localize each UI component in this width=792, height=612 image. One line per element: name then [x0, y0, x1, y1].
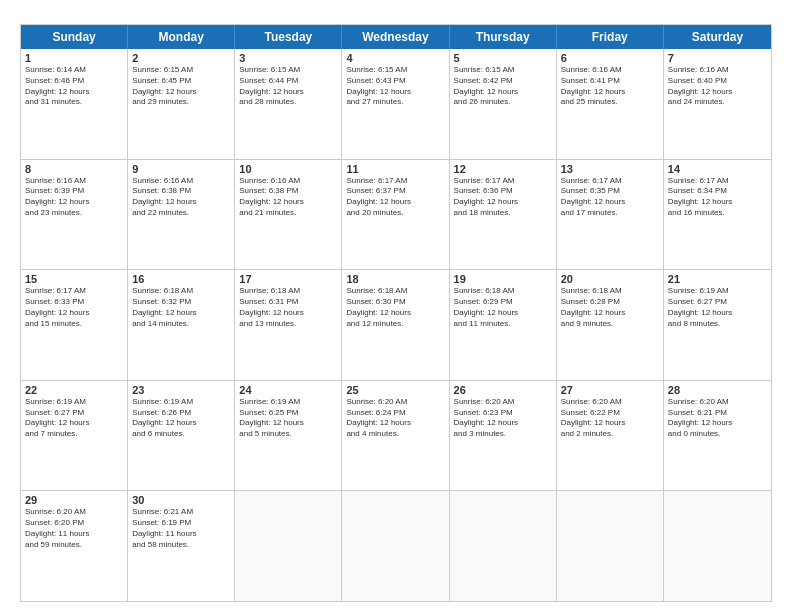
calendar: SundayMondayTuesdayWednesdayThursdayFrid… — [20, 24, 772, 602]
calendar-page: General Blue SundayMondayTuesdayWednesda… — [0, 0, 792, 612]
day-cell-16: 16Sunrise: 6:18 AM Sunset: 6:32 PM Dayli… — [128, 270, 235, 380]
day-number: 30 — [132, 494, 230, 506]
day-cell-13: 13Sunrise: 6:17 AM Sunset: 6:35 PM Dayli… — [557, 160, 664, 270]
day-info: Sunrise: 6:20 AM Sunset: 6:24 PM Dayligh… — [346, 397, 444, 440]
day-cell-27: 27Sunrise: 6:20 AM Sunset: 6:22 PM Dayli… — [557, 381, 664, 491]
day-number: 14 — [668, 163, 767, 175]
day-cell-7: 7Sunrise: 6:16 AM Sunset: 6:40 PM Daylig… — [664, 49, 771, 159]
day-info: Sunrise: 6:17 AM Sunset: 6:35 PM Dayligh… — [561, 176, 659, 219]
day-cell-18: 18Sunrise: 6:18 AM Sunset: 6:30 PM Dayli… — [342, 270, 449, 380]
day-number: 26 — [454, 384, 552, 396]
day-number: 8 — [25, 163, 123, 175]
day-number: 2 — [132, 52, 230, 64]
day-info: Sunrise: 6:18 AM Sunset: 6:31 PM Dayligh… — [239, 286, 337, 329]
day-info: Sunrise: 6:15 AM Sunset: 6:42 PM Dayligh… — [454, 65, 552, 108]
header-day-tuesday: Tuesday — [235, 25, 342, 49]
day-number: 7 — [668, 52, 767, 64]
day-number: 18 — [346, 273, 444, 285]
day-info: Sunrise: 6:17 AM Sunset: 6:36 PM Dayligh… — [454, 176, 552, 219]
day-info: Sunrise: 6:20 AM Sunset: 6:21 PM Dayligh… — [668, 397, 767, 440]
day-info: Sunrise: 6:17 AM Sunset: 6:37 PM Dayligh… — [346, 176, 444, 219]
day-number: 25 — [346, 384, 444, 396]
day-number: 5 — [454, 52, 552, 64]
day-cell-28: 28Sunrise: 6:20 AM Sunset: 6:21 PM Dayli… — [664, 381, 771, 491]
calendar-header: SundayMondayTuesdayWednesdayThursdayFrid… — [21, 25, 771, 49]
day-cell-30: 30Sunrise: 6:21 AM Sunset: 6:19 PM Dayli… — [128, 491, 235, 601]
day-number: 29 — [25, 494, 123, 506]
day-number: 1 — [25, 52, 123, 64]
day-number: 12 — [454, 163, 552, 175]
day-info: Sunrise: 6:15 AM Sunset: 6:45 PM Dayligh… — [132, 65, 230, 108]
day-number: 16 — [132, 273, 230, 285]
day-info: Sunrise: 6:18 AM Sunset: 6:32 PM Dayligh… — [132, 286, 230, 329]
header-day-monday: Monday — [128, 25, 235, 49]
day-number: 10 — [239, 163, 337, 175]
day-cell-2: 2Sunrise: 6:15 AM Sunset: 6:45 PM Daylig… — [128, 49, 235, 159]
day-info: Sunrise: 6:20 AM Sunset: 6:22 PM Dayligh… — [561, 397, 659, 440]
day-info: Sunrise: 6:18 AM Sunset: 6:30 PM Dayligh… — [346, 286, 444, 329]
day-info: Sunrise: 6:16 AM Sunset: 6:38 PM Dayligh… — [132, 176, 230, 219]
day-number: 28 — [668, 384, 767, 396]
day-cell-12: 12Sunrise: 6:17 AM Sunset: 6:36 PM Dayli… — [450, 160, 557, 270]
day-cell-15: 15Sunrise: 6:17 AM Sunset: 6:33 PM Dayli… — [21, 270, 128, 380]
day-number: 3 — [239, 52, 337, 64]
empty-cell — [235, 491, 342, 601]
day-cell-6: 6Sunrise: 6:16 AM Sunset: 6:41 PM Daylig… — [557, 49, 664, 159]
day-cell-10: 10Sunrise: 6:16 AM Sunset: 6:38 PM Dayli… — [235, 160, 342, 270]
day-info: Sunrise: 6:19 AM Sunset: 6:25 PM Dayligh… — [239, 397, 337, 440]
day-info: Sunrise: 6:17 AM Sunset: 6:33 PM Dayligh… — [25, 286, 123, 329]
day-number: 21 — [668, 273, 767, 285]
day-info: Sunrise: 6:14 AM Sunset: 6:46 PM Dayligh… — [25, 65, 123, 108]
empty-cell — [342, 491, 449, 601]
day-info: Sunrise: 6:20 AM Sunset: 6:23 PM Dayligh… — [454, 397, 552, 440]
calendar-row-1: 1Sunrise: 6:14 AM Sunset: 6:46 PM Daylig… — [21, 49, 771, 160]
day-number: 24 — [239, 384, 337, 396]
day-cell-22: 22Sunrise: 6:19 AM Sunset: 6:27 PM Dayli… — [21, 381, 128, 491]
header-day-thursday: Thursday — [450, 25, 557, 49]
header-day-saturday: Saturday — [664, 25, 771, 49]
empty-cell — [664, 491, 771, 601]
day-info: Sunrise: 6:17 AM Sunset: 6:34 PM Dayligh… — [668, 176, 767, 219]
calendar-row-3: 15Sunrise: 6:17 AM Sunset: 6:33 PM Dayli… — [21, 270, 771, 381]
day-info: Sunrise: 6:18 AM Sunset: 6:28 PM Dayligh… — [561, 286, 659, 329]
day-info: Sunrise: 6:19 AM Sunset: 6:27 PM Dayligh… — [668, 286, 767, 329]
day-info: Sunrise: 6:16 AM Sunset: 6:40 PM Dayligh… — [668, 65, 767, 108]
empty-cell — [557, 491, 664, 601]
day-number: 20 — [561, 273, 659, 285]
day-info: Sunrise: 6:21 AM Sunset: 6:19 PM Dayligh… — [132, 507, 230, 550]
day-number: 4 — [346, 52, 444, 64]
calendar-row-4: 22Sunrise: 6:19 AM Sunset: 6:27 PM Dayli… — [21, 381, 771, 492]
empty-cell — [450, 491, 557, 601]
day-info: Sunrise: 6:20 AM Sunset: 6:20 PM Dayligh… — [25, 507, 123, 550]
day-cell-3: 3Sunrise: 6:15 AM Sunset: 6:44 PM Daylig… — [235, 49, 342, 159]
day-info: Sunrise: 6:15 AM Sunset: 6:43 PM Dayligh… — [346, 65, 444, 108]
calendar-row-5: 29Sunrise: 6:20 AM Sunset: 6:20 PM Dayli… — [21, 491, 771, 601]
day-info: Sunrise: 6:16 AM Sunset: 6:39 PM Dayligh… — [25, 176, 123, 219]
day-info: Sunrise: 6:15 AM Sunset: 6:44 PM Dayligh… — [239, 65, 337, 108]
day-info: Sunrise: 6:16 AM Sunset: 6:38 PM Dayligh… — [239, 176, 337, 219]
day-number: 6 — [561, 52, 659, 64]
day-number: 17 — [239, 273, 337, 285]
day-number: 11 — [346, 163, 444, 175]
header-day-sunday: Sunday — [21, 25, 128, 49]
header-day-wednesday: Wednesday — [342, 25, 449, 49]
day-info: Sunrise: 6:19 AM Sunset: 6:27 PM Dayligh… — [25, 397, 123, 440]
day-cell-11: 11Sunrise: 6:17 AM Sunset: 6:37 PM Dayli… — [342, 160, 449, 270]
day-info: Sunrise: 6:19 AM Sunset: 6:26 PM Dayligh… — [132, 397, 230, 440]
day-cell-14: 14Sunrise: 6:17 AM Sunset: 6:34 PM Dayli… — [664, 160, 771, 270]
day-info: Sunrise: 6:16 AM Sunset: 6:41 PM Dayligh… — [561, 65, 659, 108]
day-info: Sunrise: 6:18 AM Sunset: 6:29 PM Dayligh… — [454, 286, 552, 329]
day-number: 23 — [132, 384, 230, 396]
day-cell-19: 19Sunrise: 6:18 AM Sunset: 6:29 PM Dayli… — [450, 270, 557, 380]
day-cell-25: 25Sunrise: 6:20 AM Sunset: 6:24 PM Dayli… — [342, 381, 449, 491]
calendar-row-2: 8Sunrise: 6:16 AM Sunset: 6:39 PM Daylig… — [21, 160, 771, 271]
day-cell-23: 23Sunrise: 6:19 AM Sunset: 6:26 PM Dayli… — [128, 381, 235, 491]
day-number: 9 — [132, 163, 230, 175]
day-cell-24: 24Sunrise: 6:19 AM Sunset: 6:25 PM Dayli… — [235, 381, 342, 491]
day-cell-1: 1Sunrise: 6:14 AM Sunset: 6:46 PM Daylig… — [21, 49, 128, 159]
day-cell-8: 8Sunrise: 6:16 AM Sunset: 6:39 PM Daylig… — [21, 160, 128, 270]
day-number: 19 — [454, 273, 552, 285]
day-number: 22 — [25, 384, 123, 396]
header-day-friday: Friday — [557, 25, 664, 49]
day-cell-21: 21Sunrise: 6:19 AM Sunset: 6:27 PM Dayli… — [664, 270, 771, 380]
